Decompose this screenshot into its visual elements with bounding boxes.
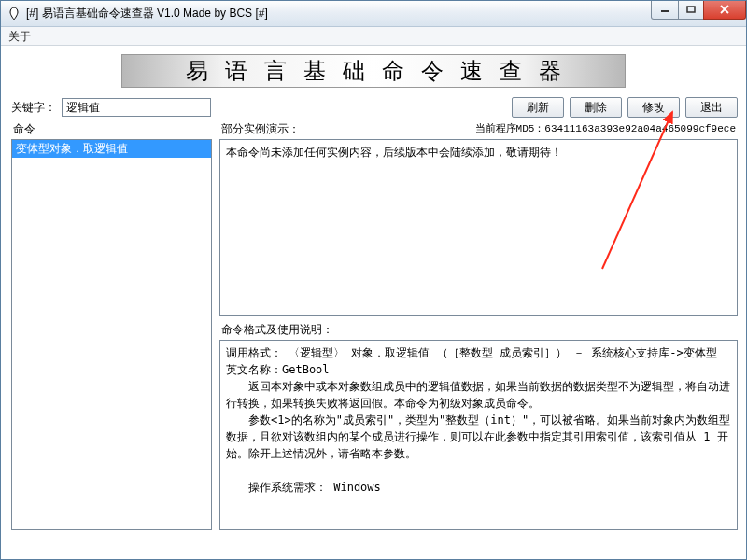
window-controls xyxy=(652,1,746,20)
format-line: 参数<1>的名称为"成员索引"，类型为"整数型（int）"，可以被省略。如果当前… xyxy=(226,412,731,462)
demo-textarea[interactable]: 本命令尚未添加任何实例内容，后续版本中会陆续添加，敬请期待！ xyxy=(219,139,738,316)
svg-rect-1 xyxy=(687,7,695,12)
maximize-button[interactable] xyxy=(678,1,704,20)
delete-button[interactable]: 删除 xyxy=(570,97,622,118)
minimize-button[interactable] xyxy=(651,1,679,20)
right-column: 部分实例演示： 当前程序MD5：63411163a393e92a04a46509… xyxy=(219,119,738,530)
window-title: [#] 易语言基础命令速查器 V1.0 Made by BCS [#] xyxy=(26,6,652,21)
command-listbox[interactable]: 变体型对象．取逻辑值 xyxy=(11,139,212,530)
titlebar: [#] 易语言基础命令速查器 V1.0 Made by BCS [#] xyxy=(1,1,746,27)
main-window: [#] 易语言基础命令速查器 V1.0 Made by BCS [#] 关于 易… xyxy=(0,0,747,560)
keyword-input[interactable] xyxy=(62,98,211,117)
md5-text: 当前程序MD5：63411163a393e92a04a465099cf9ece xyxy=(300,121,736,137)
keyword-label: 关键字： xyxy=(11,100,56,116)
body-columns: 命令 变体型对象．取逻辑值 部分实例演示： 当前程序MD5：63411163a3… xyxy=(2,119,745,538)
left-column: 命令 变体型对象．取逻辑值 xyxy=(11,119,212,530)
format-line: 返回本对象中或本对象数组成员中的逻辑值数据，如果当前数据的数据类型不为逻辑型，将… xyxy=(226,378,731,412)
format-line: 调用格式： 〈逻辑型〉 对象．取逻辑值 （［整数型 成员索引］） － 系统核心支… xyxy=(226,344,731,361)
command-list-label: 命令 xyxy=(13,121,212,137)
close-button[interactable] xyxy=(703,1,746,20)
menubar: 关于 xyxy=(1,27,746,46)
modify-button[interactable]: 修改 xyxy=(627,97,680,118)
demo-header-row: 部分实例演示： 当前程序MD5：63411163a393e92a04a46509… xyxy=(219,119,738,139)
format-textarea[interactable]: 调用格式： 〈逻辑型〉 对象．取逻辑值 （［整数型 成员索引］） － 系统核心支… xyxy=(219,340,738,530)
exit-button[interactable]: 退出 xyxy=(685,97,738,118)
app-icon xyxy=(7,7,21,21)
toolbar-row: 关键字： 刷新 删除 修改 退出 xyxy=(2,93,745,119)
menu-about[interactable]: 关于 xyxy=(8,30,31,43)
demo-label: 部分实例演示： xyxy=(221,121,300,137)
format-label: 命令格式及使用说明： xyxy=(221,322,738,338)
list-item[interactable]: 变体型对象．取逻辑值 xyxy=(12,140,211,158)
content-area: 易语言基础命令速查器 关键字： 刷新 删除 修改 退出 命令 变体型对象．取逻辑… xyxy=(2,47,745,558)
format-line: 操作系统需求： Windows xyxy=(226,479,731,496)
format-line xyxy=(226,462,731,479)
refresh-button[interactable]: 刷新 xyxy=(512,97,564,118)
format-line: 英文名称：GetBool xyxy=(226,361,731,378)
banner-title: 易语言基础命令速查器 xyxy=(121,54,626,88)
